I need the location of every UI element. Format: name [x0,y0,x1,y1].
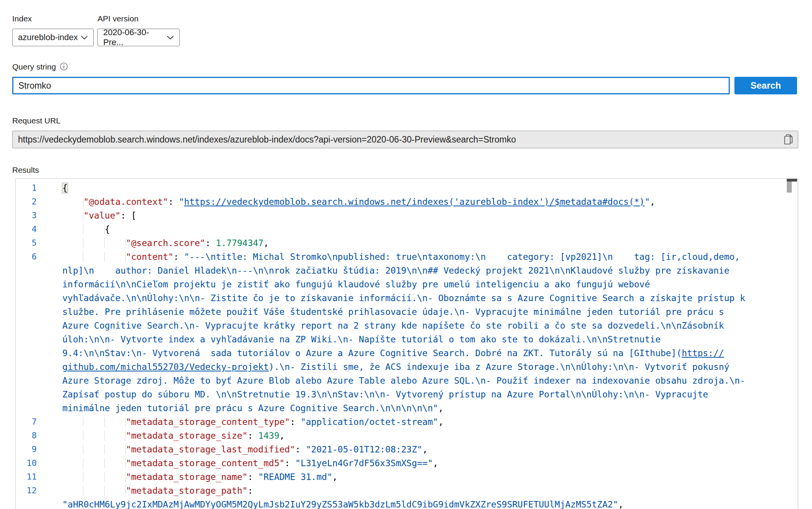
code-token: : [174,252,184,262]
code-row: 2 "@odata.context": "https://vedeckydemo… [16,195,798,209]
api-version-select[interactable]: 2020-06-30-Pre... [97,29,180,46]
code-token: "aHR0cHM6Ly9jc2IxMDAzMjAwMDYyOGM5M2QyLmJ… [62,499,618,509]
line-number [16,305,37,319]
code-row: nlp]\n author: Daniel Hladek\n---\n\nrok… [16,264,798,277]
code-token: : [290,417,300,427]
code-text: { [62,222,110,236]
code-text: { [62,181,68,195]
code-text: Azure Cognitive Search.\n- Vypracujte kr… [62,319,724,332]
code-token: : [168,197,179,207]
code-token: " [179,197,184,207]
code-text: minimálne jeden tutoriál pre prácu s Azu… [62,401,443,415]
request-url-label: Request URL [12,117,798,125]
code-text: "metadata_storage_content_type": "applic… [62,415,443,429]
code-text: "aHR0cHM6Ly9jc2IxMDAzMjAwMDYyOGM5M2QyLmJ… [62,498,624,509]
code-text: Zapísať postup do súboru MD. \n\nStretnu… [62,387,708,401]
code-token [62,431,126,441]
code-link[interactable]: https:// [682,348,724,358]
code-text: "@search.score": 1.7794347, [62,236,269,250]
code-row: Azure Storage zdroj. Môže to byť Azure B… [16,374,798,387]
code-text: "content": "---\ntitle: Michal Stromko\n… [62,250,740,264]
query-row: Search [12,77,798,94]
api-version-label: API version [97,15,138,23]
code-text: 9.4:\n\nStav:\n- Vytvorená sada tutoriál… [62,346,724,360]
code-token: { [105,224,110,234]
line-number: 3 [16,209,37,222]
json-key: "value" [83,211,120,220]
line-number [16,332,37,346]
code-token: : [205,238,216,248]
code-row: 10 "metadata_storage_content_md5": "L31y… [16,456,798,470]
code-token: : [285,458,296,468]
code-token: , [263,238,269,248]
code-token: , [332,472,338,482]
line-number: 12 [16,484,37,498]
code-token: : [248,431,258,441]
code-text: úloh:\n\n- Vytvorte index a vyhľadávanie… [62,332,661,346]
code-token [62,197,83,207]
line-number [16,319,37,332]
request-url-value: https://vedeckydemoblob.search.windows.n… [18,135,783,145]
line-number: 5 [16,236,37,250]
api-version-select-value: 2020-06-30-Pre... [103,28,167,47]
code-token: "L31yeLn4Gr7dF56x3SmXSg==" [295,458,433,468]
line-number: 4 [16,222,37,236]
code-token: "README 31.md" [258,472,332,482]
json-key: "metadata_storage_content_md5" [126,458,284,468]
scrollbar-thumb[interactable] [787,182,792,193]
code-row: 11 "metadata_storage_name": "README 31.m… [16,470,798,484]
code-link[interactable]: https://vedeckydemoblob.search.windows.n… [184,197,645,207]
code-token: Azure Storage zdroj. Môže to byť Azure B… [62,376,745,386]
search-button[interactable]: Search [734,77,797,94]
results-editor[interactable]: 1{2 "@odata.context": "https://vedeckyde… [15,178,798,509]
json-key: "metadata_storage_name" [126,472,248,482]
dropdowns-row: azureblob-index 2020-06-30-Pre... [12,29,798,46]
code-row: 9.4:\n\nStav:\n- Vytvorená sada tutoriál… [16,346,798,360]
code-text: Azure Storage zdroj. Môže to byť Azure B… [62,374,745,387]
code-row: službe. Pre prihlásenie môžete použiť Vá… [16,305,798,319]
line-number [16,346,37,360]
json-key: "metadata_storage_path" [126,486,248,496]
code-token: úloh:\n\n- Vytvorte index a vyhľadávanie… [62,334,661,344]
line-number: 11 [16,470,37,484]
code-token: ).\n- Zistili sme, že ACS indexuje iba z… [269,362,729,372]
query-string-label: Query string [12,63,56,71]
line-number: 9 [16,443,37,456]
line-number: 10 [16,456,37,470]
code-token: nlp]\n author: Daniel Hladek\n---\n\nrok… [62,266,729,276]
code-token: vyhľadávače.\n\nÚlohy:\n\n- Zistite čo j… [62,293,745,303]
code-row: 12 "metadata_storage_path": [16,484,798,498]
code-row: github.com/michal552703/Vedecky-projekt)… [16,360,798,374]
dropdown-labels-row: Index API version [12,15,798,23]
code-token: , [438,403,443,413]
line-number: 8 [16,429,37,443]
query-string-label-row: Query string [12,62,798,71]
code-token: : [248,472,258,482]
code-token: 9.4:\n\nStav:\n- Vytvorená sada tutoriál… [62,348,682,358]
copy-icon[interactable] [783,134,793,145]
code-rows: 1{2 "@odata.context": "https://vedeckyde… [16,181,798,509]
json-key: "@odata.context" [83,197,168,207]
request-url-box: https://vedeckydemoblob.search.windows.n… [12,131,798,148]
code-token: službe. Pre prihlásenie môžete použiť Vá… [62,307,724,317]
index-select-value: azureblob-index [18,32,78,42]
scrollbar-overview-marker [787,179,797,182]
code-row: 8 "metadata_storage_size": 1439, [16,429,798,443]
info-icon[interactable] [60,62,68,71]
code-link[interactable]: github.com/michal552703/Vedecky-projekt [62,362,269,372]
code-row: vyhľadávače.\n\nÚlohy:\n\n- Zistite čo j… [16,291,798,305]
code-row: "aHR0cHM6Ly9jc2IxMDAzMjAwMDYyOGM5M2QyLmJ… [16,498,798,509]
chevron-down-icon [81,36,88,40]
code-text: "@odata.context": "https://vedeckydemobl… [62,195,655,209]
index-select[interactable]: azureblob-index [12,29,94,46]
code-token [62,444,126,454]
query-string-input[interactable] [12,77,730,94]
scrollbar-track[interactable] [797,179,797,509]
line-number [16,374,37,387]
code-row: 3 "value": [ [16,209,798,222]
code-token: : [ [120,211,136,220]
code-token [62,211,83,220]
json-key: "metadata_storage_size" [126,431,248,441]
code-token [62,486,126,496]
code-token [62,252,126,262]
